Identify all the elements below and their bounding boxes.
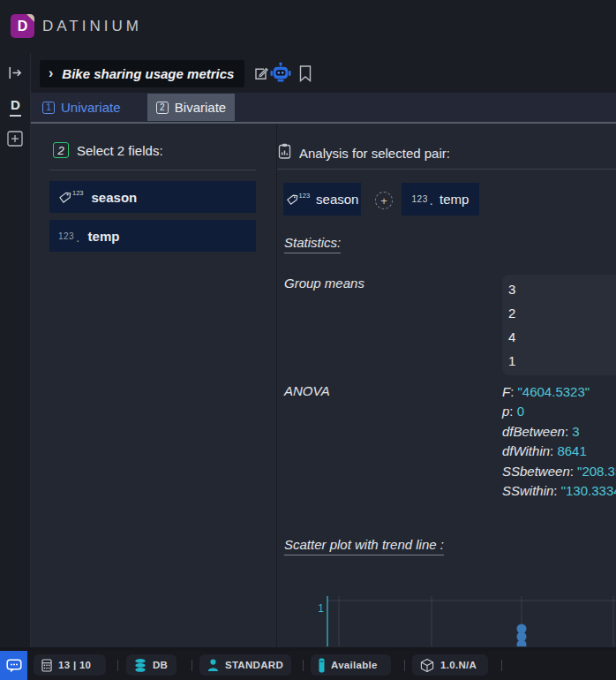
ai-robot-icon[interactable]	[270, 62, 291, 87]
tab-bivariate[interactable]: 2 Bivariate	[147, 94, 235, 121]
profile-label: STANDARD	[225, 660, 283, 670]
field-label: temp	[88, 229, 120, 244]
separator	[192, 660, 192, 671]
add-panel-icon[interactable]	[7, 131, 23, 150]
tab-univariate[interactable]: 1 Univariate	[42, 95, 121, 119]
field-label: season	[92, 190, 138, 205]
separator	[501, 660, 502, 671]
anova-row-SSbetween: SSbetween: "208.35	[502, 462, 616, 481]
numeric-123-icon: 123.	[58, 231, 80, 241]
anova-row-dfWithin: dfWithin: 8641	[502, 442, 616, 461]
app-logo[interactable]: D	[11, 14, 34, 38]
availability-label: Available	[331, 660, 378, 670]
status-profile[interactable]: STANDARD	[199, 654, 291, 676]
divider	[49, 170, 256, 170]
pair-chip-season[interactable]: 123 season	[283, 183, 361, 215]
numeric-123-icon: 123.	[412, 194, 434, 204]
tag-123-superscript: 123	[299, 192, 311, 200]
field-item-temp[interactable]: 123. temp	[49, 220, 256, 252]
server-status-icon	[319, 658, 325, 673]
tab-univariate-label: Univariate	[61, 100, 121, 115]
logo-corner-fold	[26, 14, 34, 22]
edit-icon[interactable]	[254, 66, 268, 84]
clipboard-chart-icon	[278, 143, 291, 162]
user-icon	[207, 659, 219, 671]
bookmark-icon[interactable]	[299, 65, 312, 86]
calculator-icon	[41, 659, 52, 672]
pair-chip-temp[interactable]: 123. temp	[402, 183, 479, 215]
anova-row-dfBetween: dfBetween: 3	[502, 422, 616, 442]
dataset-tab[interactable]: › Bike sharing usage metrics	[40, 60, 244, 87]
anova-row-p: p: 0	[502, 402, 616, 421]
group-mean-value: 1	[508, 349, 616, 373]
step-title: Select 2 fields:	[77, 143, 163, 158]
version-label: 1.0.N/A	[440, 660, 477, 670]
anova-label: ANOVA	[284, 383, 330, 398]
database-icon	[134, 658, 146, 673]
field-selection-panel: 2 Select 2 fields: 123 season 123. temp	[31, 124, 276, 647]
group-mean-value: 2	[508, 301, 616, 325]
tab-univariate-number: 1	[42, 102, 55, 114]
categorical-tag-icon: 123	[58, 191, 84, 204]
brand-title: DATINIUM	[42, 0, 142, 53]
status-db[interactable]: DB	[126, 654, 177, 676]
chat-bubble-icon	[6, 659, 22, 673]
dataset-toolbar: › Bike sharing usage metrics	[31, 53, 616, 93]
categorical-tag-icon: 123	[286, 193, 311, 206]
group-means-panel: 3 2 4 1	[502, 275, 616, 375]
tab-bivariate-label: Bivariate	[175, 100, 226, 115]
statistics-heading: Statistics:	[284, 235, 341, 250]
db-label: DB	[153, 660, 168, 670]
analysis-title: Analysis for selected pair:	[299, 146, 450, 161]
group-mean-value: 3	[508, 277, 616, 301]
separator	[303, 660, 304, 671]
tab-bivariate-number: 2	[156, 102, 169, 114]
divider	[277, 169, 616, 170]
workspace-letter: D	[10, 97, 21, 117]
dataset-title: Bike sharing usage metrics	[62, 66, 234, 81]
top-bar: D DATINIUM	[0, 0, 616, 53]
status-version[interactable]: 1.0.N/A	[412, 654, 488, 676]
analysis-header: Analysis for selected pair:	[278, 143, 450, 162]
sidebar-item-workspace[interactable]: D	[0, 97, 31, 117]
grid-size-value: 13 | 10	[58, 660, 91, 670]
anova-results: F: "4604.5323" p: 0 dfBetween: 3 dfWithi…	[502, 382, 616, 501]
anova-row-SSwithin: SSwithin: "130.3334	[502, 481, 616, 501]
status-grid-size[interactable]: 13 | 10	[34, 654, 106, 676]
expand-panel-icon[interactable]	[8, 66, 23, 83]
separator	[117, 660, 118, 671]
step-header: 2 Select 2 fields:	[53, 142, 163, 158]
anova-row-F: F: "4604.5323"	[502, 382, 616, 402]
package-cube-icon	[420, 658, 434, 673]
status-bar: 13 | 10 DB STANDARD Available 1.0.N/A	[0, 651, 616, 680]
step-number-badge: 2	[53, 142, 69, 158]
chip-label: temp	[439, 192, 469, 207]
chat-button[interactable]	[0, 651, 27, 680]
pair-plus-icon[interactable]: +	[375, 192, 393, 209]
field-item-season[interactable]: 123 season	[49, 181, 256, 213]
separator	[404, 660, 405, 671]
chip-label: season	[316, 192, 358, 207]
chevron-right-icon: ›	[49, 66, 53, 80]
group-means-label: Group means	[284, 276, 364, 291]
analysis-panel: Analysis for selected pair: 123 season +…	[276, 124, 616, 647]
scatter-plot-heading: Scatter plot with trend line :	[284, 537, 444, 552]
status-availability[interactable]: Available	[311, 654, 391, 676]
tag-123-superscript: 123	[72, 189, 84, 197]
left-sidebar: D	[0, 53, 31, 647]
scatter-plot: 1	[277, 582, 616, 646]
group-mean-value: 4	[508, 325, 616, 349]
analysis-tabs: 1 Univariate 2 Bivariate	[31, 93, 616, 124]
svg-text:1: 1	[318, 602, 324, 615]
